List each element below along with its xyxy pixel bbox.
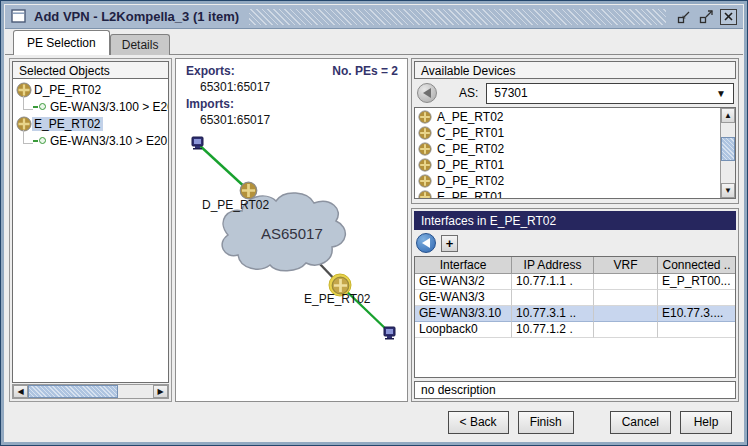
as-combobox[interactable]: 57301 ▼ <box>486 83 734 104</box>
back-button[interactable]: < Back <box>448 411 509 434</box>
tree-leaf-e-interface[interactable]: GE-WAN3/3.10 > E201. <box>13 132 168 149</box>
interfaces-header: Interfaces in E_PE_RT02 <box>414 211 736 230</box>
col-interface[interactable]: Interface <box>415 257 512 274</box>
table-row[interactable]: Loopback0 10.77.1.2 . <box>415 322 735 338</box>
pe-count: No. PEs = 2 <box>332 64 398 78</box>
device-item[interactable]: E_PE_RT01 <box>415 189 720 198</box>
device-item[interactable]: A_PE_RT02 <box>415 109 720 125</box>
device-item[interactable]: D_PE_RT01 <box>415 157 720 173</box>
router-icon <box>418 158 432 172</box>
scroll-down-icon[interactable]: ▼ <box>721 183 735 198</box>
as-selector-row: AS: 57301 ▼ <box>414 79 736 107</box>
title-bar[interactable]: Add VPN - L2Kompella_3 (1 item) <box>5 5 743 29</box>
right-panel: Available Devices AS: 57301 ▼ A_PE_RT02 <box>411 58 739 402</box>
tree-elbow <box>23 96 33 110</box>
pe2-label: E_PE_RT02 <box>304 292 371 306</box>
table-row[interactable]: GE-WAN3/2 10.77.1.1 . E_P_RT00... <box>415 274 735 290</box>
ce-host-icon[interactable] <box>190 135 206 151</box>
internal-frame-icon <box>11 9 27 24</box>
as-cloud-label: AS65017 <box>261 225 323 242</box>
device-item[interactable]: C_PE_RT01 <box>415 125 720 141</box>
ce-host-icon[interactable] <box>382 325 398 341</box>
titlebar-texture <box>249 9 666 25</box>
tree-elbow <box>23 130 33 144</box>
help-button[interactable]: Help <box>680 411 732 434</box>
col-connected[interactable]: Connected .. <box>658 257 735 274</box>
tree-node-d-pe-rt02[interactable]: D_PE_RT02 <box>13 81 168 98</box>
tree-node-e-pe-rt02[interactable]: E_PE_RT02 <box>13 115 168 132</box>
interfaces-table: Interface IP Address VRF Connected .. GE… <box>414 256 736 378</box>
router-icon <box>418 190 432 198</box>
scrollbar-thumb[interactable] <box>28 385 118 398</box>
available-devices-section: Available Devices AS: 57301 ▼ A_PE_RT02 <box>411 58 739 204</box>
tab-details[interactable]: Details <box>110 34 171 55</box>
imports-value: 65301:65017 <box>200 113 270 127</box>
window-title: Add VPN - L2Kompella_3 (1 item) <box>34 9 239 24</box>
tab-bar: PE Selection Details <box>5 29 743 55</box>
router-icon <box>418 126 432 140</box>
pe1-label: D_PE_RT02 <box>202 198 269 212</box>
col-vrf[interactable]: VRF <box>594 257 658 274</box>
exports-label: Exports: <box>186 64 235 78</box>
topology-panel: Exports: No. PEs = 2 65301:65017 Imports… <box>175 58 408 402</box>
device-item[interactable]: C_PE_RT02 <box>415 141 720 157</box>
move-left-icon[interactable] <box>416 233 436 253</box>
selected-objects-panel: Selected Objects D_PE_RT02 GE-WAN3/3.100… <box>9 58 172 402</box>
selected-objects-tree: D_PE_RT02 GE-WAN3/3.100 > E201 E_PE_RT02 <box>12 79 169 383</box>
interfaces-section: Interfaces in E_PE_RT02 + Interface IP A… <box>411 208 739 402</box>
scroll-up-icon[interactable]: ▲ <box>721 108 735 123</box>
tab-pe-selection[interactable]: PE Selection <box>13 30 110 55</box>
col-ip-address[interactable]: IP Address <box>512 257 594 274</box>
device-list: A_PE_RT02 C_PE_RT01 C_PE_RT02 D_PE_ <box>414 107 736 199</box>
finish-button[interactable]: Finish <box>518 411 574 434</box>
router-icon <box>418 110 432 124</box>
move-left-disabled-icon[interactable] <box>417 83 437 103</box>
scroll-right-icon[interactable]: ▶ <box>153 385 168 398</box>
table-row-selected[interactable]: GE-WAN3/3.10 10.77.3.1 .. E10.77.3.... <box>415 306 735 322</box>
tree-leaf-d-interface[interactable]: GE-WAN3/3.100 > E201 <box>13 98 168 115</box>
available-devices-header: Available Devices <box>414 61 736 79</box>
footer-button-bar: < Back Finish Cancel Help <box>5 405 743 441</box>
router-icon <box>418 142 432 156</box>
as-value: 57301 <box>494 86 527 100</box>
scrollbar-thumb[interactable] <box>721 137 735 161</box>
add-vpn-dialog: Add VPN - L2Kompella_3 (1 item) PE Selec… <box>0 0 748 446</box>
close-icon[interactable] <box>720 9 737 25</box>
interface-leaf-icon <box>33 106 38 108</box>
minimize-icon[interactable] <box>676 9 691 24</box>
table-header-row: Interface IP Address VRF Connected .. <box>415 257 735 274</box>
table-row[interactable]: GE-WAN3/3 <box>415 290 735 306</box>
tree-horizontal-scrollbar[interactable]: ◀ ▶ <box>12 384 169 399</box>
description-field: no description <box>414 381 736 399</box>
router-icon <box>418 174 432 188</box>
imports-label: Imports: <box>186 97 234 111</box>
scroll-left-icon[interactable]: ◀ <box>13 385 28 398</box>
exports-value: 65301:65017 <box>200 80 270 94</box>
cancel-button[interactable]: Cancel <box>610 411 671 434</box>
selected-objects-header: Selected Objects <box>12 61 169 79</box>
pe-selection-content: Selected Objects D_PE_RT02 GE-WAN3/3.100… <box>5 55 743 405</box>
maximize-icon[interactable] <box>698 9 713 24</box>
device-list-scrollbar[interactable]: ▲ ▼ <box>720 108 735 198</box>
interface-leaf-icon <box>33 140 38 142</box>
device-item[interactable]: D_PE_RT02 <box>415 173 720 189</box>
as-label: AS: <box>459 86 478 100</box>
add-interface-icon[interactable]: + <box>441 235 458 252</box>
chevron-down-icon: ▼ <box>716 88 726 99</box>
interfaces-toolbar: + <box>414 230 736 256</box>
